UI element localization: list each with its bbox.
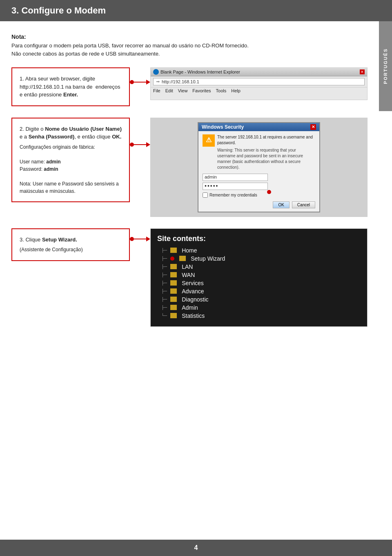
site-item-dot-6: ├─ — [161, 289, 167, 293]
folder-icon-advance — [170, 288, 177, 294]
nota-title: Nota: — [11, 33, 368, 40]
site-item-dot: ├─ — [161, 248, 167, 252]
password-input[interactable]: ••••• — [203, 183, 268, 190]
step1-screenshot: Blank Page - Windows Internet Explorer ✕… — [150, 67, 368, 100]
win-sec-warn-text: The server 192.168.10.1 at requires a us… — [217, 134, 315, 170]
nota-line2: Não conecte cabos às portas de rede e US… — [11, 50, 368, 58]
win-sec-close-btn[interactable]: ✕ — [310, 124, 316, 130]
site-contents: Site contents: ├─ Home ├─ Setup Wizard — [151, 229, 367, 326]
address-icon: ⮕ — [156, 80, 160, 84]
ok-button[interactable]: OK — [273, 201, 289, 208]
site-item-dot-2: ├─ — [161, 256, 167, 261]
win-sec-password-field: ••••• — [203, 183, 315, 190]
arrow-dot-3 — [130, 237, 134, 241]
arrow-line-1 — [134, 82, 146, 83]
cancel-button[interactable]: Cancel — [292, 201, 315, 208]
menu-favorites[interactable]: Favorites — [192, 88, 211, 93]
folder-icon-home — [170, 248, 177, 253]
step1-arrow — [130, 67, 150, 85]
folder-icon-diagnostic — [170, 297, 177, 302]
step3-text: 3. Clique Setup Wizard. — [20, 236, 122, 244]
arrow-line-3 — [134, 239, 146, 239]
site-item-label-wan: WAN — [182, 272, 195, 278]
step2-pass-label: Password: admin — [20, 166, 58, 172]
site-item-lan: ├─ LAN — [157, 263, 361, 270]
menu-edit[interactable]: Edit — [165, 88, 173, 93]
site-item-home: ├─ Home — [157, 247, 361, 254]
warning-icon: ⚠ — [203, 134, 215, 147]
site-item-label-admin: Admin — [182, 304, 198, 311]
site-item-setup-wizard[interactable]: ├─ Setup Wizard — [157, 255, 361, 262]
arrow-head-1 — [146, 80, 150, 85]
site-item-dot-7: ├─ — [161, 297, 167, 301]
win-sec-username-field: admin — [203, 174, 315, 181]
site-item-statistics: └─ Statistics — [157, 313, 361, 319]
site-item-label-statistics: Statistics — [182, 313, 205, 319]
win-sec-buttons: OK Cancel — [203, 201, 315, 208]
step2-number: 2. — [20, 126, 24, 132]
language-label: PORTUGUÊS — [383, 48, 388, 84]
site-item-services: ├─ Services — [157, 280, 361, 286]
folder-icon-services — [170, 280, 177, 286]
browser-menubar: File Edit View Favorites Tools Help — [151, 87, 367, 94]
page-title: 3. Configure o Modem — [11, 5, 106, 16]
browser-title: Blank Page - Windows Internet Explorer — [160, 69, 240, 74]
step2-arrow — [130, 118, 150, 147]
win-sec-warning-text: Warning: This server is requesting that … — [217, 147, 315, 170]
win-sec-warning: ⚠ The server 192.168.10.1 at requires a … — [203, 134, 315, 170]
nota-section: Nota: Para configurar o modem pela porta… — [11, 33, 368, 58]
arrow-dot-1 — [130, 80, 134, 84]
step2-config: Configurações originais de fábrica: User… — [20, 143, 122, 195]
browser-close-btn[interactable]: ✕ — [360, 69, 365, 74]
step3-section: 3. Clique Setup Wizard. (Assistente de C… — [11, 228, 368, 327]
win-security-dialog: Windows Security ✕ ⚠ The server 192.168.… — [198, 122, 320, 212]
folder-icon-lan — [170, 264, 177, 269]
browser-address-bar: ⮕ http://192.168.10.1 — [153, 78, 365, 85]
arrow-line-2 — [134, 144, 146, 145]
step1-section: 1. Abra seur web browser, digite http://… — [11, 67, 368, 106]
header-bar: 3. Configure o Modem — [0, 0, 392, 21]
site-item-advance: ├─ Advance — [157, 288, 361, 295]
arrow-head-2 — [146, 142, 150, 147]
step2-nota: Nota: User name e Password são sensíveis… — [20, 181, 119, 194]
site-item-dot-5: ├─ — [161, 281, 167, 285]
step3-intro: Clique Setup Wizard. — [25, 237, 77, 243]
address-text: http://192.168.10.1 — [162, 79, 199, 84]
remember-label: Remember my credentials — [209, 192, 257, 198]
arrow-head-3 — [146, 237, 150, 241]
browser-titlebar: Blank Page - Windows Internet Explorer ✕ — [151, 68, 367, 76]
main-content: Nota: Para configurar o modem pela porta… — [0, 21, 392, 355]
remember-checkbox[interactable] — [203, 192, 208, 198]
remember-credentials-row: Remember my credentials — [203, 192, 315, 198]
site-item-dot-4: ├─ — [161, 272, 167, 277]
step1-row: 1. Abra seur web browser, digite http://… — [11, 67, 368, 106]
folder-icon-wan — [170, 272, 177, 277]
site-item-dot-9: └─ — [161, 313, 167, 318]
win-sec-body: ⚠ The server 192.168.10.1 at requires a … — [198, 131, 319, 212]
menu-tools[interactable]: Tools — [216, 88, 227, 93]
menu-view[interactable]: View — [178, 88, 188, 93]
username-input[interactable]: admin — [203, 174, 268, 181]
step2-section: 2. Digite o Nome do Usuário (User Name) … — [11, 118, 368, 217]
footer-bar: 4 — [0, 540, 392, 556]
win-sec-title: Windows Security — [202, 124, 244, 130]
folder-icon-admin — [170, 305, 177, 310]
site-item-label-diagnostic: Diagnostic — [182, 296, 208, 303]
site-item-admin: ├─ Admin — [157, 304, 361, 311]
side-label-bar: PORTUGUÊS — [379, 21, 392, 111]
win-sec-titlebar: Windows Security ✕ — [198, 123, 319, 131]
step1-body: Abra seur web browser, digite http://192… — [20, 76, 120, 98]
step2-intro: Digite o Nome do Usuário (User Name) e a… — [20, 126, 122, 140]
step1-text: 1. Abra seur web browser, digite http://… — [20, 75, 122, 99]
site-item-label-setup-wizard: Setup Wizard — [191, 255, 225, 262]
step2-user-label: User name: admin — [20, 159, 61, 165]
menu-help[interactable]: Help — [231, 88, 241, 93]
step3-sub: (Assistente de Configuração) — [20, 246, 122, 253]
step2-text: 2. Digite o Nome do Usuário (User Name) … — [20, 125, 122, 141]
menu-file[interactable]: File — [153, 88, 160, 93]
step2-box: 2. Digite o Nome do Usuário (User Name) … — [11, 118, 130, 202]
site-item-label-services: Services — [182, 280, 204, 286]
site-contents-title: Site contents: — [157, 234, 361, 243]
step3-number: 3. — [20, 237, 24, 243]
site-item-dot-3: ├─ — [161, 264, 167, 269]
